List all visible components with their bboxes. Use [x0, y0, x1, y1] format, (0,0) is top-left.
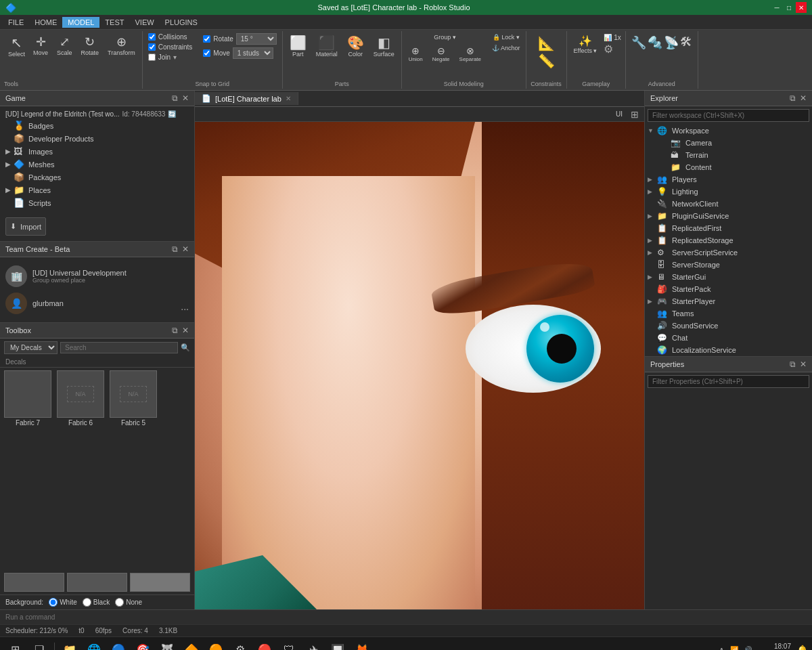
- tab-close-button[interactable]: ✕: [286, 95, 291, 102]
- workspace-arrow[interactable]: ▼: [648, 127, 657, 134]
- team-panel-float-button[interactable]: ⧉: [172, 244, 178, 254]
- properties-float-button[interactable]: ⧉: [790, 360, 796, 369]
- game-panel-close-button[interactable]: ✕: [182, 93, 189, 103]
- surface-button[interactable]: ◧ Surface: [369, 32, 399, 60]
- move-button[interactable]: ✛ Move: [29, 32, 52, 58]
- move-snap-select[interactable]: 1 studs0.5 studs: [233, 47, 273, 59]
- rotate-button[interactable]: ↻ Rotate: [77, 32, 104, 58]
- close-button[interactable]: ✕: [796, 2, 807, 13]
- menu-item-view[interactable]: VIEW: [129, 17, 159, 28]
- lock-button[interactable]: 🔒 Lock ▾: [490, 32, 522, 42]
- game-item-places[interactable]: ▶ 📁 Places: [0, 183, 194, 196]
- toolbox-item-fabric7[interactable]: Fabric 7: [3, 370, 53, 567]
- startergui-arrow[interactable]: ▶: [648, 274, 657, 280]
- join-dropdown[interactable]: ▾: [173, 53, 177, 61]
- group-button[interactable]: Group ▾: [431, 32, 459, 42]
- taskbar-record-button[interactable]: 🔴: [254, 639, 275, 651]
- explorer-item-terrain[interactable]: 🏔 Terrain: [645, 149, 812, 161]
- explorer-search-input[interactable]: [648, 109, 809, 122]
- bg-white-radio[interactable]: [49, 598, 58, 607]
- taskbar-roblox-button[interactable]: 🔶: [181, 639, 202, 651]
- explorer-item-camera[interactable]: 📷 Camera: [645, 137, 812, 149]
- explorer-item-serverscriptservice[interactable]: ▶ ⚙ ServerScriptService: [645, 246, 812, 259]
- explorer-float-button[interactable]: ⧉: [790, 93, 796, 103]
- game-refresh-button[interactable]: 🔄: [168, 110, 176, 118]
- pluginguiservice-arrow[interactable]: ▶: [648, 213, 657, 219]
- bg-white-option[interactable]: White: [49, 598, 77, 607]
- menu-item-home[interactable]: HOME: [29, 17, 62, 28]
- toolbox-item-fabric5[interactable]: N/A Fabric 5: [108, 370, 158, 567]
- join-checkbox[interactable]: [148, 53, 156, 61]
- team-panel-close-button[interactable]: ✕: [182, 244, 189, 254]
- transform-button[interactable]: ⊕ Transform: [104, 32, 139, 58]
- replicatedstorage-arrow[interactable]: ▶: [648, 237, 657, 244]
- explorer-item-players[interactable]: ▶ 👥 Players: [645, 173, 812, 186]
- effects-button[interactable]: ✨ Effects ▾: [570, 32, 602, 56]
- explorer-item-soundservice[interactable]: 🔊 SoundService: [645, 320, 812, 332]
- ui-button[interactable]: UI: [613, 110, 625, 118]
- rotate-snap-checkbox[interactable]: [203, 35, 210, 43]
- tab-character-lab[interactable]: 📄 [LotE] Character lab ✕: [195, 92, 298, 105]
- explorer-item-startergui[interactable]: ▶ 🖥 StarterGui: [645, 271, 812, 283]
- separate-button[interactable]: ⊗ Separate: [455, 43, 485, 64]
- part-button[interactable]: ⬜ Part: [286, 32, 311, 60]
- scale-button[interactable]: ⤢ Scale: [53, 32, 76, 58]
- command-input[interactable]: [5, 613, 807, 621]
- menu-item-file[interactable]: FILE: [3, 17, 29, 28]
- taskbar-browser-button[interactable]: 🌐: [83, 639, 105, 651]
- explorer-item-teams[interactable]: 👥 Teams: [645, 307, 812, 320]
- viewport-icon[interactable]: ⊞: [631, 109, 639, 120]
- game-item-packages[interactable]: 📦 Packages: [0, 171, 194, 183]
- minimize-button[interactable]: ─: [771, 2, 782, 13]
- menu-item-test[interactable]: TEST: [99, 17, 129, 28]
- explorer-item-localizationservice[interactable]: 🌍 LocalizationService: [645, 344, 812, 356]
- bg-none-radio[interactable]: [115, 598, 124, 607]
- toolbox-category-select[interactable]: My Decals My Models My Audio My Plugins: [4, 341, 58, 354]
- properties-close-button[interactable]: ✕: [800, 360, 807, 369]
- explorer-item-replicatedstorage[interactable]: ▶ 📋 ReplicatedStorage: [645, 234, 812, 246]
- move-snap-checkbox[interactable]: [203, 49, 210, 57]
- taskbar-vpn-button[interactable]: ✈: [302, 639, 324, 651]
- toolbox-close-button[interactable]: ✕: [182, 326, 189, 335]
- color-button[interactable]: 🎨 Color: [343, 32, 368, 60]
- game-item-badges[interactable]: 🏅 Badges: [0, 119, 194, 132]
- starterplayer-arrow[interactable]: ▶: [648, 298, 657, 305]
- toolbox-float-button[interactable]: ⧉: [172, 326, 178, 335]
- taskbar-app3-button[interactable]: 🔲: [327, 639, 348, 651]
- taskbar-firefox-button[interactable]: 🦊: [351, 639, 373, 651]
- taskbar-taskview-button[interactable]: ❑: [28, 639, 50, 651]
- team-more-button[interactable]: ···: [181, 303, 189, 314]
- taskbar-app2-button[interactable]: 🟠: [205, 639, 227, 651]
- game-item-developer-products[interactable]: 📦 Developer Products: [0, 132, 194, 145]
- game-panel-float-button[interactable]: ⧉: [172, 93, 178, 103]
- maximize-button[interactable]: □: [784, 2, 794, 13]
- game-item-scripts[interactable]: 📄 Scripts: [0, 196, 194, 209]
- explorer-item-content[interactable]: 📁 Content: [645, 161, 812, 173]
- explorer-close-button[interactable]: ✕: [800, 93, 807, 103]
- explorer-item-workspace[interactable]: ▼ 🌐 Workspace: [645, 125, 812, 137]
- taskbar-start-button[interactable]: ⊞: [4, 639, 26, 651]
- explorer-item-serverstorage[interactable]: 🗄 ServerStorage: [645, 259, 812, 271]
- bg-black-option[interactable]: Black: [83, 598, 110, 607]
- game-item-images[interactable]: ▶ 🖼 Images: [0, 145, 194, 158]
- explorer-item-pluginguiservice[interactable]: ▶ 📁 PluginGuiService: [645, 210, 812, 222]
- material-button[interactable]: ⬛ Material: [312, 32, 342, 60]
- taskbar-shield-button[interactable]: 🛡: [278, 639, 300, 651]
- viewport-canvas[interactable]: [195, 122, 644, 609]
- properties-search-input[interactable]: [648, 375, 809, 388]
- negate-button[interactable]: ⊖ Negate: [428, 43, 454, 64]
- constraints-checkbox[interactable]: [148, 43, 156, 51]
- menu-item-model[interactable]: MODEL: [62, 17, 99, 28]
- select-button[interactable]: ↖ Select: [4, 32, 29, 60]
- taskbar-app1-button[interactable]: 🎯: [132, 639, 154, 651]
- rotate-snap-select[interactable]: 15 °5 °1 °: [236, 33, 277, 45]
- serverscriptservice-arrow[interactable]: ▶: [648, 249, 657, 256]
- menu-item-plugins[interactable]: PLUGINS: [160, 17, 203, 28]
- union-button[interactable]: ⊕ Union: [405, 43, 427, 64]
- bg-black-radio[interactable]: [83, 598, 91, 607]
- taskbar-settings-button[interactable]: ⚙: [229, 639, 251, 651]
- toolbox-search-button[interactable]: 🔍: [181, 343, 190, 352]
- notification-icon[interactable]: 🔔: [796, 645, 808, 651]
- taskbar-explorer-button[interactable]: 📁: [59, 639, 81, 651]
- bg-none-option[interactable]: None: [115, 598, 142, 607]
